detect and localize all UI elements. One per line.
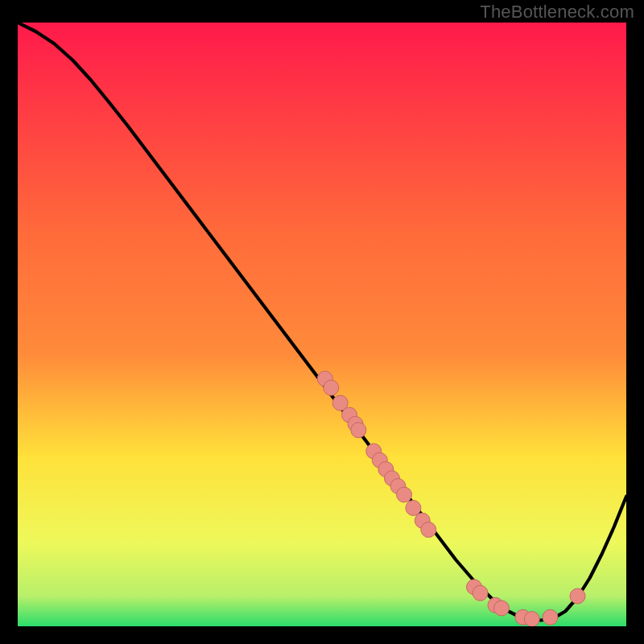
- svg-point-21: [524, 612, 539, 627]
- svg-point-15: [421, 522, 436, 538]
- svg-point-6: [351, 423, 366, 438]
- svg-point-2: [324, 380, 339, 395]
- chart-frame: TheBottleneck.com: [0, 0, 644, 644]
- watermark-text: TheBottleneck.com: [480, 2, 634, 23]
- svg-point-17: [473, 585, 488, 601]
- chart-svg: [18, 23, 626, 626]
- svg-point-12: [397, 487, 412, 502]
- svg-rect-0: [18, 23, 626, 626]
- svg-point-23: [570, 588, 585, 604]
- svg-point-22: [543, 609, 558, 625]
- svg-point-19: [494, 601, 510, 616]
- plot-area: [18, 23, 626, 626]
- svg-point-13: [406, 501, 421, 516]
